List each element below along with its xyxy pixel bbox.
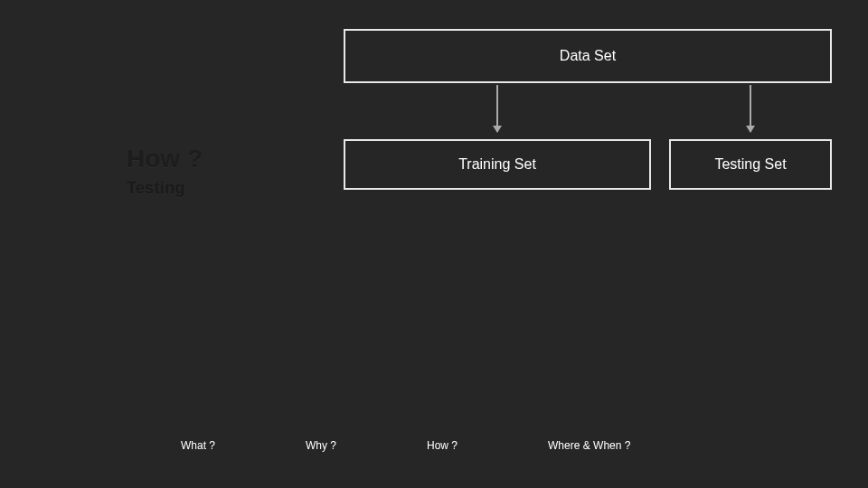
testing-set-box: Testing Set <box>669 139 832 190</box>
nav-how[interactable]: How ? <box>427 439 458 452</box>
data-set-label: Data Set <box>560 48 616 64</box>
side-heading: How ? <box>127 145 203 174</box>
data-set-box: Data Set <box>344 29 832 83</box>
arrow-to-testing <box>750 85 751 132</box>
nav-where-when[interactable]: Where & When ? <box>548 439 630 452</box>
nav-why[interactable]: Why ? <box>306 439 336 452</box>
arrow-to-training <box>496 85 498 132</box>
bottom-nav: What ? Why ? How ? Where & When ? <box>0 439 868 452</box>
nav-what[interactable]: What ? <box>181 439 215 452</box>
side-subheading: Testing <box>127 179 185 198</box>
testing-set-label: Testing Set <box>714 156 786 173</box>
training-set-label: Training Set <box>458 156 536 173</box>
training-set-box: Training Set <box>344 139 651 190</box>
